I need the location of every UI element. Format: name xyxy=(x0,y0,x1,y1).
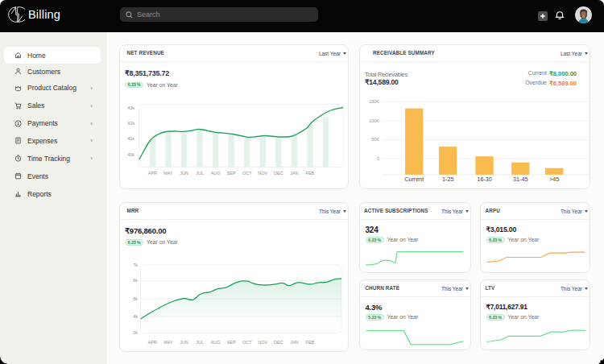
svg-text:42k: 42k xyxy=(127,121,134,126)
svg-text:MAY: MAY xyxy=(163,171,173,176)
svg-text:DEC: DEC xyxy=(274,340,283,345)
svg-text:APR: APR xyxy=(148,171,157,176)
svg-text:40k: 40k xyxy=(127,152,134,157)
svg-text:FEB: FEB xyxy=(306,340,315,345)
svg-text:NOV: NOV xyxy=(258,340,267,345)
svg-text:31-45: 31-45 xyxy=(513,176,527,183)
svg-text:JUL: JUL xyxy=(196,340,204,345)
svg-text:APR: APR xyxy=(148,340,157,345)
svg-text:AUG: AUG xyxy=(211,171,221,176)
svg-text:0k: 0k xyxy=(133,330,138,335)
svg-text:50K: 50K xyxy=(371,137,379,142)
svg-text:MAY: MAY xyxy=(163,340,173,345)
svg-text:41k: 41k xyxy=(127,136,134,141)
svg-text:6k: 6k xyxy=(133,278,138,283)
svg-text:FEB: FEB xyxy=(306,171,315,176)
svg-text:SEP: SEP xyxy=(227,171,236,176)
svg-text:JUN: JUN xyxy=(180,340,188,345)
svg-text:7k: 7k xyxy=(133,263,138,267)
svg-text:43k: 43k xyxy=(127,105,134,110)
svg-text:JUN: JUN xyxy=(180,171,188,176)
svg-text:1-25: 1-25 xyxy=(442,176,453,183)
svg-text:Current: Current xyxy=(404,176,424,183)
svg-text:150K: 150K xyxy=(369,99,379,104)
svg-text:16-30: 16-30 xyxy=(477,176,491,183)
svg-text:0: 0 xyxy=(377,156,379,161)
svg-text:OCT: OCT xyxy=(242,340,252,345)
svg-text:>45: >45 xyxy=(549,176,559,183)
svg-text:100K: 100K xyxy=(369,118,379,123)
svg-text:JAN: JAN xyxy=(290,171,298,176)
svg-text:JAN: JAN xyxy=(290,340,298,345)
svg-text:AUG: AUG xyxy=(211,340,221,345)
svg-text:4k: 4k xyxy=(133,314,138,319)
svg-text:NOV: NOV xyxy=(258,171,267,176)
svg-text:JUL: JUL xyxy=(196,171,204,176)
svg-text:OCT: OCT xyxy=(242,171,252,176)
svg-text:DEC: DEC xyxy=(274,171,283,176)
svg-text:5k: 5k xyxy=(133,296,138,301)
svg-text:SEP: SEP xyxy=(227,340,236,345)
